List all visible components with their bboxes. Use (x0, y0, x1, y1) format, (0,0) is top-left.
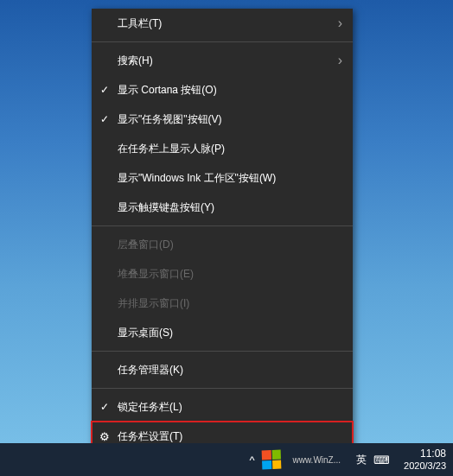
menu-item-label: 任务管理器(K) (118, 363, 325, 378)
menu-item-label: 层叠窗口(D) (118, 238, 325, 252)
checkmark-icon: ✓ (100, 84, 109, 96)
gear-icon: ⚙ (99, 430, 110, 443)
menu-item[interactable]: ✓显示"任务视图"按钮(V) (92, 105, 353, 134)
menu-item-label: 搜索(H) (118, 54, 325, 68)
keyboard-icon[interactable]: ⌨ (373, 454, 390, 466)
menu-item[interactable]: 显示触摸键盘按钮(Y) (92, 193, 353, 222)
desktop: 工具栏(T)›搜索(H)›✓显示 Cortana 按钮(O)✓显示"任务视图"按… (0, 0, 453, 443)
chevron-right-icon: › (338, 53, 342, 68)
menu-item-label: 堆叠显示窗口(E) (118, 267, 325, 282)
menu-separator (92, 388, 353, 389)
menu-item-label: 并排显示窗口(I) (118, 296, 325, 311)
chevron-right-icon: › (338, 16, 342, 31)
menu-item[interactable]: 显示桌面(S) (92, 318, 353, 347)
checkmark-icon: ✓ (100, 401, 109, 413)
menu-item[interactable]: 显示"Windows Ink 工作区"按钮(W) (92, 163, 353, 193)
menu-separator (92, 225, 353, 226)
menu-item-label: 任务栏设置(T) (118, 429, 325, 444)
taskbar[interactable]: ^ www.WinZ... 英 ⌨ 11:08 2020/3/23 (0, 443, 453, 476)
menu-item[interactable]: ✓显示 Cortana 按钮(O) (92, 75, 353, 105)
clock-time: 11:08 (420, 447, 446, 460)
menu-item[interactable]: 搜索(H)› (92, 46, 353, 75)
system-tray: ^ www.WinZ... 英 ⌨ (249, 450, 390, 469)
menu-item-label: 在任务栏上显示人脉(P) (118, 142, 325, 156)
menu-separator (92, 41, 353, 42)
checkmark-icon: ✓ (100, 113, 109, 125)
menu-item[interactable]: 在任务栏上显示人脉(P) (92, 134, 353, 163)
menu-item-label: 锁定任务栏(L) (118, 400, 325, 415)
menu-item-label: 显示桌面(S) (118, 326, 325, 340)
ime-indicator[interactable]: 英 (356, 453, 367, 467)
menu-item-label: 显示触摸键盘按钮(Y) (118, 200, 325, 215)
menu-item-label: 显示"Windows Ink 工作区"按钮(W) (118, 171, 325, 186)
taskbar-clock[interactable]: 11:08 2020/3/23 (404, 447, 446, 472)
windows-logo-icon (262, 450, 281, 469)
menu-item[interactable]: 任务管理器(K) (92, 355, 353, 384)
watermark-text: www.WinZ... (293, 455, 341, 465)
menu-item-label: 工具栏(T) (118, 16, 325, 31)
clock-date: 2020/3/23 (404, 460, 446, 472)
menu-item: 并排显示窗口(I) (92, 289, 353, 318)
menu-item-label: 显示"任务视图"按钮(V) (118, 112, 325, 127)
menu-item-label: 显示 Cortana 按钮(O) (118, 83, 325, 98)
menu-item: 堆叠显示窗口(E) (92, 259, 353, 289)
taskbar-context-menu: 工具栏(T)›搜索(H)›✓显示 Cortana 按钮(O)✓显示"任务视图"按… (92, 9, 353, 451)
menu-separator (92, 351, 353, 352)
menu-item[interactable]: ✓锁定任务栏(L) (92, 392, 353, 422)
tray-chevron-icon[interactable]: ^ (249, 454, 254, 466)
menu-item: 层叠窗口(D) (92, 230, 353, 259)
menu-item[interactable]: 工具栏(T)› (92, 9, 353, 38)
